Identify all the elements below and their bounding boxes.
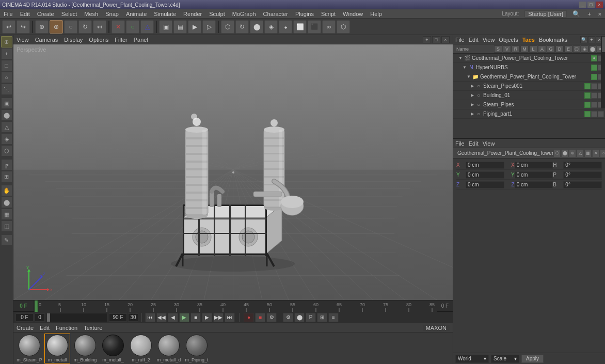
vp-menu-display[interactable]: Display xyxy=(64,37,83,43)
current-frame-field[interactable]: 0 F xyxy=(15,313,34,322)
next-frame-btn[interactable]: ▶▶ xyxy=(213,313,224,322)
go-start-btn[interactable]: ⏮ xyxy=(145,313,155,322)
rotate-btn[interactable]: ↻ xyxy=(78,20,92,34)
stop-record-btn[interactable]: ■ xyxy=(255,313,265,322)
obj-scrollbar-thumb[interactable] xyxy=(602,37,605,52)
attr-h-field[interactable]: 0° xyxy=(563,162,602,169)
left-tool-rotate[interactable]: ○ xyxy=(1,72,12,83)
go-end-btn[interactable]: ⏭ xyxy=(225,313,235,322)
menu-file[interactable]: File xyxy=(2,11,14,17)
obj-row-geothermal[interactable]: ▼ 📁 Geothermal_Power_Plant_Cooling_Tower xyxy=(453,72,605,82)
menu-simulate[interactable]: Simulate xyxy=(152,11,178,17)
menu-character[interactable]: Character xyxy=(262,11,290,17)
layout-dropdown[interactable]: Startup [User] xyxy=(524,10,567,18)
menu-edit[interactable]: Edit xyxy=(19,11,31,17)
tool4-btn[interactable]: ↤ xyxy=(93,20,106,34)
flag-e1-steampipes[interactable] xyxy=(591,102,597,108)
attr-icon-4[interactable]: △ xyxy=(577,149,584,157)
expand-steam001[interactable]: ▶ xyxy=(471,84,474,88)
obj-row-root[interactable]: ▼ 🎬 Geothermal_Power_Plant_Cooling_Tower… xyxy=(453,54,605,63)
attr-y-rot-field[interactable]: 0 cm xyxy=(515,171,553,179)
material-metall-dark[interactable]: m_metall_ xyxy=(100,335,126,362)
menu-window[interactable]: Window xyxy=(341,11,364,17)
attr-y-pos-field[interactable]: 0 cm xyxy=(466,171,504,179)
obj-row-steam001[interactable]: ▶ ○ Steam_Pipes001 xyxy=(453,82,605,91)
close-btn[interactable]: × xyxy=(596,2,603,8)
obj-scrollbar[interactable] xyxy=(601,36,605,108)
obj-menu-edit[interactable]: Edit xyxy=(469,37,479,43)
vp-menu-options[interactable]: Options xyxy=(89,37,108,43)
flag-e1-piping[interactable] xyxy=(591,111,597,117)
attr-icon-6[interactable]: ✕ xyxy=(592,149,599,157)
playback-slider[interactable] xyxy=(46,313,108,322)
attr-icon-5[interactable]: ▦ xyxy=(584,149,592,157)
flag-green-building[interactable] xyxy=(584,92,591,99)
left-tool-12[interactable]: ⊞ xyxy=(1,171,12,182)
attr-b-field[interactable]: 0° xyxy=(563,181,602,188)
left-tool-select[interactable]: ⊕ xyxy=(1,36,12,48)
material-steam-pipes[interactable]: m_Steam_P xyxy=(17,335,42,362)
render-region-btn[interactable]: ▤ xyxy=(173,20,187,34)
left-tool-15[interactable]: ▦ xyxy=(1,209,12,220)
obj-add-icon[interactable]: + xyxy=(588,36,595,43)
fps-field[interactable]: 30 xyxy=(128,313,138,322)
obj-menu-bookmarks[interactable]: Bookmarks xyxy=(539,37,567,43)
menu-snap[interactable]: Snap xyxy=(104,11,120,17)
flag-green-steam001[interactable] xyxy=(584,83,591,89)
obj-icon-1[interactable]: ⬡ xyxy=(573,45,580,53)
attr-x-pos-field[interactable]: 0 cm xyxy=(466,162,504,169)
menu-mesh[interactable]: Mesh xyxy=(83,11,100,17)
layout-search-icon[interactable]: 🔍 xyxy=(571,10,582,18)
flag-green-steampipes[interactable] xyxy=(584,102,591,108)
flag-e1-building[interactable] xyxy=(591,92,597,99)
vp-menu-panel[interactable]: Panel xyxy=(134,37,148,43)
title-bar-controls[interactable]: _ □ × xyxy=(579,2,603,8)
timeline-ruler[interactable]: 0 5 10 15 20 25 30 35 xyxy=(34,300,437,312)
attr-icon-3[interactable]: ⊕ xyxy=(569,149,576,157)
obj-row-piping[interactable]: ▶ ○ Piping_part1 xyxy=(453,109,605,119)
vp-add-btn[interactable]: + xyxy=(423,36,431,43)
vp-close-btn[interactable]: × xyxy=(441,36,450,43)
material-ruff[interactable]: m_ruff_2 xyxy=(128,335,154,362)
attr-menu-view[interactable]: View xyxy=(483,140,495,147)
left-tool-5[interactable]: ⋱ xyxy=(1,84,12,95)
mograph-btn[interactable]: ∞ xyxy=(322,20,336,34)
maximize-btn[interactable]: □ xyxy=(587,2,595,8)
menu-plugins[interactable]: Plugins xyxy=(294,11,315,17)
attr-z-pos-field[interactable]: 0 cm xyxy=(466,181,504,188)
material-building[interactable]: m_Building xyxy=(72,335,98,362)
end-frame-field[interactable]: 90 F xyxy=(109,313,127,322)
render-btn[interactable]: ▶ xyxy=(188,20,201,34)
flag-green-piping[interactable] xyxy=(584,111,591,117)
prev-frame-btn[interactable]: ◀◀ xyxy=(156,313,167,322)
expand-hypernurbs[interactable]: ▼ xyxy=(463,65,467,70)
vp-menu-cameras[interactable]: Cameras xyxy=(35,37,58,43)
obj-row-steampipes[interactable]: ▶ ○ Steam_Pipes xyxy=(453,100,605,109)
menu-create[interactable]: Create xyxy=(36,11,56,17)
z-axis-btn[interactable]: △ xyxy=(140,20,154,34)
attr-icon-2[interactable]: ⬤ xyxy=(561,149,568,157)
generator-btn[interactable]: ⬛ xyxy=(308,20,321,34)
flag-e2-piping[interactable] xyxy=(598,111,604,117)
mat-menu-create[interactable]: Create xyxy=(17,325,34,331)
prev-btn[interactable]: ◀ xyxy=(168,313,178,322)
frame-btn[interactable]: ▣ xyxy=(159,20,172,34)
obj-menu-file[interactable]: File xyxy=(455,37,465,43)
spline-btn[interactable]: ◈ xyxy=(264,20,278,34)
vp-menu-view[interactable]: View xyxy=(17,37,29,43)
auto-key-btn[interactable]: ⚙ xyxy=(266,313,277,322)
attr-menu-edit[interactable]: Edit xyxy=(469,140,479,147)
obj-icon-3[interactable]: ⬤ xyxy=(589,45,596,53)
nurbs-btn[interactable]: ⬥ xyxy=(279,20,292,34)
scale-dropdown[interactable]: Scale ▾ xyxy=(491,355,519,363)
render-all-btn[interactable]: ▷ xyxy=(202,20,216,34)
record-btn[interactable]: ● xyxy=(244,313,254,322)
y-axis-btn[interactable]: ○ xyxy=(126,20,139,34)
layout-settings-icon[interactable]: × xyxy=(597,11,603,17)
move-btn[interactable]: ⊕ xyxy=(50,20,63,34)
left-tool-13[interactable]: ✋ xyxy=(1,185,12,196)
scale-btn[interactable]: ○ xyxy=(64,20,77,34)
timeline-settings4[interactable]: ⊞ xyxy=(317,313,327,322)
flag-empty-steam001[interactable] xyxy=(591,83,597,89)
expand-root[interactable]: ▼ xyxy=(458,56,463,60)
